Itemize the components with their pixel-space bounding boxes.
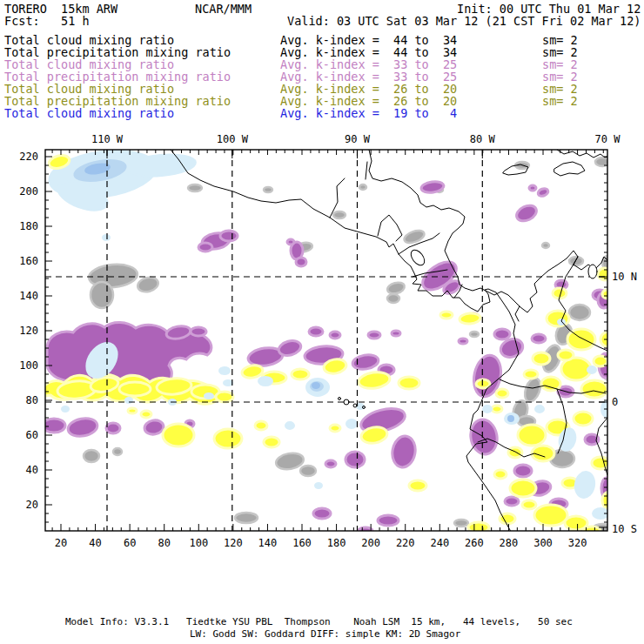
grid-x-label: 60 xyxy=(124,537,136,549)
grid-y-label: 20 xyxy=(26,499,38,511)
yellow-blob xyxy=(399,377,419,389)
purple-blob xyxy=(309,327,323,336)
blue-blob xyxy=(574,470,597,499)
gray-blob xyxy=(522,376,544,404)
grid-x-label: 120 xyxy=(224,537,243,549)
country-border xyxy=(515,306,520,321)
latitude-label: 10 N xyxy=(612,271,637,283)
blue-blob xyxy=(62,406,69,412)
gray-blob xyxy=(188,184,202,191)
purple-blob xyxy=(198,243,212,252)
blue-blob xyxy=(312,383,319,388)
gray-blob xyxy=(91,282,113,308)
grid-y-label: 120 xyxy=(19,325,38,337)
grid-x-label: 280 xyxy=(500,537,519,549)
blue-blob xyxy=(315,483,322,488)
gray-blob xyxy=(470,332,479,337)
purple-blob xyxy=(67,416,99,439)
purple-blob xyxy=(330,332,340,339)
purple-blob xyxy=(277,339,302,358)
lake-nicaragua xyxy=(408,247,427,267)
gray-blob xyxy=(403,228,426,245)
longitude-label: 110 W xyxy=(91,133,124,145)
island-cuba-coast xyxy=(557,150,607,158)
yellow-blob xyxy=(558,350,574,360)
purple-blob xyxy=(313,508,331,519)
yellow-blob xyxy=(292,369,309,379)
gray-blob xyxy=(359,184,366,190)
blue-blob xyxy=(103,235,110,240)
grid-y-label: 140 xyxy=(19,290,38,302)
grid-x-label: 180 xyxy=(327,537,346,549)
purple-blob xyxy=(325,460,336,467)
yellow-blob xyxy=(602,492,616,509)
grid-y-label: 160 xyxy=(19,255,38,267)
yellow-blob xyxy=(358,371,391,391)
grid-y-label: 60 xyxy=(26,429,38,441)
yellow-blob xyxy=(330,425,340,432)
purple-blob xyxy=(43,419,65,433)
yellow-blob xyxy=(119,382,151,396)
model-info-line1: Model Info: V3.3.1 Tiedtke YSU PBL Thomp… xyxy=(65,616,573,627)
purple-blob xyxy=(514,203,540,225)
purple-blob xyxy=(106,423,120,433)
grid-x-label: 320 xyxy=(568,537,587,549)
latitude-label: 10 S xyxy=(612,523,637,535)
latitude-label: 0 xyxy=(612,396,618,408)
blue-blob xyxy=(219,367,230,374)
purple-blob xyxy=(345,452,365,467)
purple-blob xyxy=(352,353,379,372)
purple-blob xyxy=(529,185,536,191)
longitude-label: 90 W xyxy=(345,133,371,145)
yellow-blob xyxy=(522,500,536,509)
yellow-blob xyxy=(496,389,508,398)
purple-blob xyxy=(494,329,510,339)
yellow-blob xyxy=(460,312,481,325)
gray-blob xyxy=(333,211,345,218)
grid-y-label: 220 xyxy=(19,151,38,163)
purple-blob xyxy=(514,465,532,477)
yellow-blob xyxy=(524,370,538,379)
purple-blob xyxy=(532,334,546,343)
gray-blob xyxy=(386,281,406,296)
purple-blob xyxy=(220,231,238,241)
yellow-blob xyxy=(581,380,607,398)
grid-x-label: 200 xyxy=(361,537,380,549)
country-border xyxy=(366,162,367,179)
yellow-blob xyxy=(600,332,618,347)
yellow-blob xyxy=(141,411,151,418)
purple-blob xyxy=(144,419,164,436)
lake-maracaibo xyxy=(588,265,597,278)
gray-blob xyxy=(454,520,468,527)
yellow-blob xyxy=(508,447,522,458)
blue-blob xyxy=(587,366,596,373)
grid-y-label: 40 xyxy=(26,464,38,476)
model-info-line2: LW: Godd SW: Goddard DIFF: simple KM: 2D… xyxy=(190,628,460,640)
purple-blob xyxy=(368,332,380,339)
yellow-blob xyxy=(241,364,264,379)
blue-blob xyxy=(205,393,213,399)
yellow-blob xyxy=(518,425,546,446)
yellow-blob xyxy=(476,379,490,388)
blue-blob xyxy=(346,419,357,428)
yellow-blob xyxy=(492,406,502,413)
grid-x-label: 160 xyxy=(292,537,312,549)
blue-blob xyxy=(483,406,492,413)
grid-x-label: 20 xyxy=(55,537,67,549)
grid-x-label: 300 xyxy=(533,537,553,549)
gray-blob xyxy=(569,257,583,265)
purple-blob xyxy=(505,497,519,506)
yellow-blob xyxy=(128,408,137,413)
yellow-blob xyxy=(409,480,426,491)
yellow-blob xyxy=(264,437,279,447)
purple-blob xyxy=(378,515,399,526)
gray-blob xyxy=(136,275,159,294)
purple-blob xyxy=(537,187,549,198)
yellow-blob xyxy=(592,457,609,469)
rip-model-plot-page: { "header": { "model": "TORERO 15km ARW"… xyxy=(0,0,644,644)
gray-blob xyxy=(569,305,590,320)
grid-x-label: 100 xyxy=(189,537,208,549)
grid-x-label: 80 xyxy=(158,537,170,549)
yellow-blob xyxy=(534,505,567,526)
blue-blob xyxy=(285,422,294,429)
